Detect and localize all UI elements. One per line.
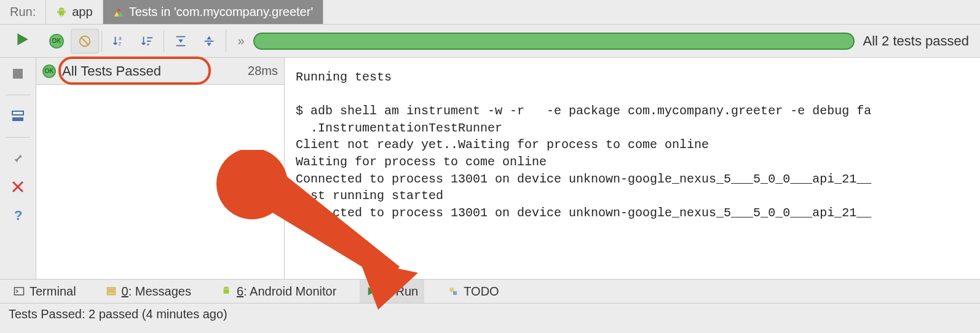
ok-icon: OK bbox=[42, 65, 56, 78]
android-icon bbox=[56, 7, 67, 18]
tool-window-todo[interactable]: TODO bbox=[441, 280, 505, 303]
test-tree[interactable]: OK All Tests Passed 28ms bbox=[36, 58, 285, 279]
tool-windows-bar: Terminal 0: Messages 6: Android Monitor … bbox=[0, 279, 980, 304]
test-tree-root-time: 28ms bbox=[248, 64, 278, 78]
status-bar: Tests Passed: 2 passed (4 minutes ago) bbox=[0, 304, 980, 324]
svg-marker-6 bbox=[117, 12, 123, 17]
svg-rect-3 bbox=[65, 10, 66, 14]
svg-text:z: z bbox=[119, 41, 121, 47]
svg-line-9 bbox=[82, 37, 89, 44]
sort-alpha-button[interactable]: az bbox=[105, 29, 133, 53]
tab-app[interactable]: app bbox=[45, 0, 103, 24]
tab-tests[interactable]: Tests in 'com.mycompany.greeter' bbox=[103, 0, 324, 24]
status-text: Tests Passed: 2 passed (4 minutes ago) bbox=[9, 307, 227, 321]
test-progress-bar bbox=[253, 33, 855, 50]
svg-marker-19 bbox=[207, 36, 211, 39]
tool-window-run-label: 4: Run bbox=[382, 284, 418, 299]
svg-rect-30 bbox=[15, 288, 24, 295]
tool-window-messages-label: 0: Messages bbox=[122, 284, 191, 299]
gutter-separator bbox=[6, 95, 30, 95]
gutter-separator bbox=[6, 137, 30, 138]
console-text: Running tests $ adb shell am instrument … bbox=[285, 58, 980, 227]
svg-marker-35 bbox=[368, 287, 376, 296]
tab-app-label: app bbox=[72, 5, 92, 19]
pin-button[interactable] bbox=[10, 151, 25, 166]
toolbar-separator bbox=[101, 30, 102, 52]
expand-all-button[interactable] bbox=[167, 29, 195, 53]
rerun-button[interactable] bbox=[14, 31, 30, 50]
show-ignored-toggle[interactable] bbox=[71, 29, 99, 53]
svg-rect-2 bbox=[58, 10, 59, 14]
main-area: ? OK All Tests Passed 28ms Running tests… bbox=[0, 58, 980, 279]
svg-marker-4 bbox=[117, 8, 121, 11]
tool-window-android-monitor-label: 6: Android Monitor bbox=[237, 284, 336, 299]
tab-tests-label: Tests in 'com.mycompany.greeter' bbox=[129, 5, 314, 19]
annotation-highlight bbox=[58, 57, 211, 85]
tool-window-android-monitor[interactable]: 6: Android Monitor bbox=[215, 280, 342, 303]
svg-rect-34 bbox=[223, 289, 229, 294]
svg-rect-23 bbox=[12, 117, 23, 121]
test-progress-label: All 2 tests passed bbox=[863, 33, 969, 49]
svg-text:?: ? bbox=[14, 208, 22, 222]
toolbar-separator bbox=[226, 30, 226, 52]
run-gutter: ? bbox=[0, 58, 36, 279]
run-label: Run: bbox=[0, 0, 45, 24]
tool-window-todo-label: TODO bbox=[464, 284, 499, 299]
toolbar-separator bbox=[164, 30, 164, 52]
svg-rect-22 bbox=[12, 111, 23, 115]
show-passed-toggle[interactable]: OK bbox=[42, 29, 71, 53]
layout-button[interactable] bbox=[10, 109, 25, 123]
svg-text:a: a bbox=[119, 36, 122, 41]
sort-duration-button[interactable] bbox=[133, 29, 161, 53]
run-tabs-bar: Run: app Tests in 'com.mycompany.greeter… bbox=[0, 0, 980, 25]
svg-marker-7 bbox=[17, 33, 28, 45]
svg-marker-20 bbox=[207, 42, 211, 46]
close-button[interactable] bbox=[10, 179, 25, 194]
tool-window-messages[interactable]: 0: Messages bbox=[100, 280, 197, 303]
svg-rect-21 bbox=[13, 69, 23, 79]
test-toolbar: OK az » All 2 tests passed bbox=[0, 25, 980, 58]
collapse-all-button[interactable] bbox=[195, 29, 223, 53]
stop-button[interactable] bbox=[10, 66, 25, 81]
tool-window-run[interactable]: 4: Run bbox=[360, 280, 424, 303]
svg-marker-16 bbox=[178, 39, 183, 43]
toolbar-more-button[interactable]: » bbox=[229, 34, 253, 48]
ok-icon: OK bbox=[49, 34, 64, 49]
tool-window-terminal[interactable]: Terminal bbox=[7, 280, 82, 303]
tool-window-terminal-label: Terminal bbox=[30, 284, 76, 299]
tests-config-icon bbox=[113, 7, 124, 18]
console-output[interactable]: Running tests $ adb shell am instrument … bbox=[285, 58, 980, 279]
svg-rect-31 bbox=[107, 288, 116, 295]
svg-rect-37 bbox=[453, 291, 457, 295]
help-button[interactable]: ? bbox=[10, 208, 25, 222]
